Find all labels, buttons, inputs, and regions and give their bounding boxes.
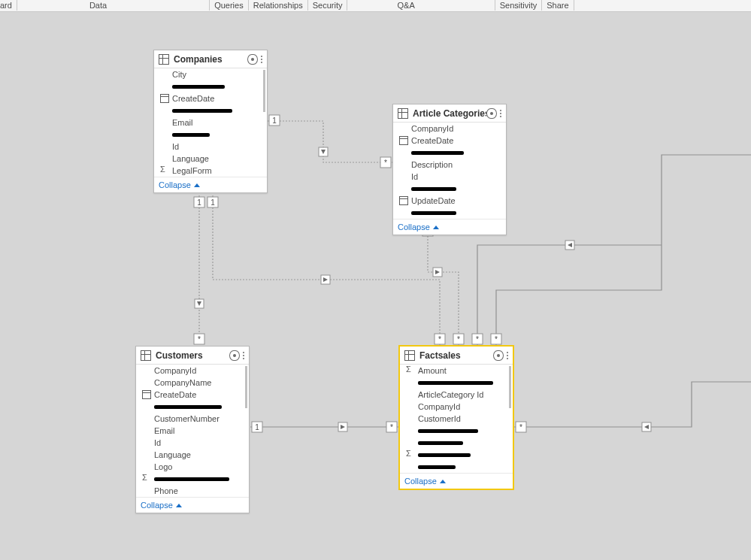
field[interactable]: ArticleCategory Id bbox=[400, 389, 510, 401]
field-redacted[interactable] bbox=[393, 183, 503, 195]
table-companies[interactable]: Companies City CreateDate Email Id Langu… bbox=[153, 50, 268, 193]
ribbon-tab[interactable]: Q&A bbox=[392, 0, 419, 11]
svg-rect-2 bbox=[319, 147, 328, 156]
field[interactable]: CreateDate bbox=[154, 92, 264, 104]
collapse-label: Collapse bbox=[404, 477, 437, 486]
svg-rect-22 bbox=[453, 334, 464, 344]
field[interactable]: CompanyId bbox=[136, 365, 246, 377]
scrollbar-thumb[interactable] bbox=[509, 366, 511, 408]
svg-text:*: * bbox=[519, 423, 522, 431]
collapse-button[interactable]: Collapse bbox=[154, 177, 267, 192]
field[interactable]: CompanyId bbox=[393, 123, 503, 135]
ribbon-separator bbox=[17, 0, 17, 11]
field[interactable]: Phone bbox=[136, 485, 246, 497]
field[interactable]: Description bbox=[393, 159, 503, 171]
ribbon-tab[interactable]: ard bbox=[0, 0, 17, 11]
rel-articlecategories-factsales[interactable]: 1 * bbox=[422, 224, 464, 346]
field[interactable]: CustomerNumber bbox=[136, 413, 246, 425]
ribbon-tab[interactable]: Relationships bbox=[249, 0, 307, 11]
chevron-up-icon bbox=[194, 183, 200, 187]
rel-external-top-factsales[interactable]: * bbox=[491, 155, 751, 346]
svg-marker-3 bbox=[321, 150, 326, 154]
field[interactable]: CreateDate bbox=[393, 135, 503, 147]
field-redacted[interactable] bbox=[393, 207, 503, 219]
visibility-icon[interactable] bbox=[247, 54, 258, 65]
ribbon-tab[interactable]: Queries bbox=[210, 0, 248, 11]
visibility-icon[interactable] bbox=[486, 108, 497, 119]
field[interactable]: Email bbox=[136, 425, 246, 437]
table-header[interactable]: Article Categories bbox=[393, 104, 506, 123]
collapse-button[interactable]: Collapse bbox=[400, 473, 513, 489]
field[interactable]: Language bbox=[154, 153, 264, 165]
rel-companies-customers[interactable]: 1 * bbox=[194, 195, 204, 346]
ribbon-separator bbox=[574, 0, 574, 11]
more-options-icon[interactable] bbox=[261, 56, 262, 63]
field-redacted[interactable] bbox=[400, 437, 510, 449]
ribbon: ard Data Queries Relationships Security … bbox=[0, 0, 751, 12]
table-customers[interactable]: Customers CompanyId CompanyName CreateDa… bbox=[135, 346, 250, 513]
field[interactable]: Email bbox=[154, 117, 264, 129]
svg-text:*: * bbox=[457, 335, 460, 344]
field-redacted[interactable] bbox=[400, 377, 510, 389]
svg-rect-12 bbox=[207, 197, 218, 207]
field[interactable]: Id bbox=[393, 171, 503, 183]
model-canvas[interactable]: 1 * 1 * 1 * 1 * 1 bbox=[0, 12, 751, 560]
rel-external-bottom-factsales[interactable]: * bbox=[514, 382, 751, 432]
scrollbar-thumb[interactable] bbox=[245, 366, 247, 408]
field-redacted[interactable] bbox=[136, 401, 246, 413]
svg-rect-16 bbox=[435, 334, 445, 344]
field[interactable]: CreateDate bbox=[136, 389, 246, 401]
collapse-label: Collapse bbox=[141, 501, 173, 510]
table-factsales[interactable]: Factsales Amount ArticleCategory Id Comp… bbox=[399, 346, 513, 489]
field[interactable]: Amount bbox=[400, 365, 510, 377]
field-redacted[interactable] bbox=[154, 80, 264, 92]
table-header[interactable]: Factsales bbox=[400, 347, 513, 365]
scrollbar-thumb[interactable] bbox=[263, 70, 265, 112]
ribbon-tab[interactable]: Share bbox=[542, 0, 573, 11]
rel-companies-articlecategories[interactable]: 1 * bbox=[268, 115, 392, 168]
field-redacted[interactable] bbox=[400, 461, 510, 473]
field-redacted[interactable] bbox=[136, 473, 246, 485]
svg-rect-26 bbox=[338, 422, 347, 431]
table-article-categories[interactable]: Article Categories CompanyId CreateDate … bbox=[392, 104, 507, 235]
field-redacted[interactable] bbox=[400, 449, 510, 461]
field-redacted[interactable] bbox=[154, 129, 264, 141]
field-redacted[interactable] bbox=[154, 104, 264, 117]
field[interactable]: Language bbox=[136, 449, 246, 461]
ribbon-tab[interactable]: Security bbox=[308, 0, 347, 11]
more-options-icon[interactable] bbox=[243, 352, 244, 359]
field[interactable]: Logo bbox=[136, 461, 246, 473]
svg-text:1: 1 bbox=[255, 423, 259, 431]
svg-marker-27 bbox=[341, 425, 345, 429]
visibility-icon[interactable] bbox=[229, 350, 240, 361]
field[interactable]: City bbox=[154, 68, 264, 80]
collapse-label: Collapse bbox=[398, 222, 430, 232]
collapse-button[interactable]: Collapse bbox=[393, 219, 506, 235]
svg-rect-34 bbox=[472, 334, 483, 344]
rel-external-top-branch[interactable]: * bbox=[472, 241, 662, 346]
chevron-up-icon bbox=[440, 480, 446, 483]
ribbon-tab[interactable]: Sensitivity bbox=[495, 0, 542, 11]
field[interactable]: CustomerId bbox=[400, 413, 510, 425]
field[interactable]: CompanyName bbox=[136, 377, 246, 389]
field-redacted[interactable] bbox=[393, 147, 503, 159]
chevron-up-icon bbox=[433, 226, 439, 229]
collapse-button[interactable]: Collapse bbox=[136, 497, 249, 513]
ribbon-tab[interactable]: Data bbox=[85, 0, 111, 11]
rel-customers-factsales[interactable]: 1 * bbox=[250, 422, 398, 432]
svg-marker-9 bbox=[197, 301, 201, 306]
more-options-icon[interactable] bbox=[507, 352, 508, 359]
field[interactable]: Id bbox=[136, 437, 246, 449]
field-list: Amount ArticleCategory Id CompanyId Cust… bbox=[400, 365, 513, 473]
visibility-icon[interactable] bbox=[493, 350, 504, 361]
field[interactable]: LegalForm bbox=[154, 165, 264, 177]
sigma-icon bbox=[142, 474, 151, 483]
field[interactable]: CompanyId bbox=[400, 401, 510, 413]
table-header[interactable]: Customers bbox=[136, 347, 249, 365]
field[interactable]: UpdateDate bbox=[393, 195, 503, 207]
svg-text:*: * bbox=[438, 335, 441, 344]
field-redacted[interactable] bbox=[400, 425, 510, 437]
table-header[interactable]: Companies bbox=[154, 50, 267, 68]
field[interactable]: Id bbox=[154, 141, 264, 153]
more-options-icon[interactable] bbox=[500, 110, 501, 117]
